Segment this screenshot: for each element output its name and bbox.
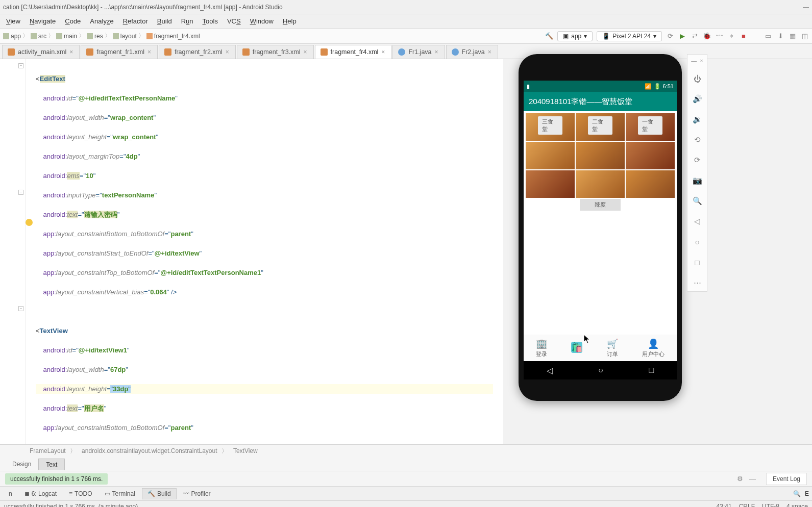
tool-profiler[interactable]: 〰 Profiler [178,488,216,499]
tool-build[interactable]: 🔨 Build [142,488,177,499]
shopping-bag-icon: 🛍️ [571,342,582,353]
volume-down-icon[interactable]: 🔉 [692,114,703,125]
food-item[interactable] [576,170,625,198]
close-icon[interactable]: × [700,58,703,64]
tab-text[interactable]: Text [38,459,65,470]
sync-icon[interactable]: ⟳ [666,32,674,40]
layout-inspector-icon[interactable]: ▦ [789,32,797,40]
overview-icon[interactable]: □ [692,257,703,268]
volume-up-icon[interactable]: 🔊 [692,93,703,105]
run-config-selector[interactable]: ▣ app ▾ [557,31,593,41]
tab-fragment-fr4[interactable]: fragment_fr4.xml× [315,45,392,59]
menu-navigate[interactable]: Navigate [26,16,60,27]
phone-screen[interactable]: ▮ 📶 🔋 6:51 2040918101李锴——智慧饭堂 三食堂 二食堂 一食… [524,81,677,379]
minimize-icon[interactable]: — [803,4,809,11]
tab-fragment-fr1[interactable]: fragment_fr1.xml× [81,45,158,59]
hammer-build-icon[interactable]: 🔨 [545,32,553,40]
zoom-icon[interactable]: 🔍 [692,195,703,207]
avd-manager-icon[interactable]: ▭ [764,32,772,40]
canteen-chip-1[interactable]: 一食堂 [626,113,675,141]
indent-setting[interactable]: 4 space [786,503,808,508]
caret-position[interactable]: 43:41 [717,503,732,508]
food-item[interactable] [526,142,575,169]
line-separator[interactable]: CRLF [739,503,755,508]
menu-tools[interactable]: Tools [199,16,222,27]
food-item[interactable] [526,170,575,198]
tab-fragment-fr3[interactable]: fragment_fr3.xml× [237,45,314,59]
menu-run[interactable]: Run [177,16,198,27]
crumb-src[interactable]: src〉 [31,32,54,40]
fold-icon[interactable]: − [18,306,23,311]
menu-code[interactable]: Code [61,16,85,27]
nav-orders[interactable]: 🛒订单 [607,338,618,358]
tab-activity-main[interactable]: activity_main.xml× [2,45,80,59]
crumb-res[interactable]: res〉 [87,32,111,40]
power-icon[interactable]: ⏻ [692,73,703,84]
file-encoding[interactable]: UTF-8 [762,503,779,508]
search-icon[interactable]: 🔍 [793,490,801,497]
bc-constraintlayout[interactable]: androidx.constraintlayout.widget.Constra… [78,447,222,454]
sdk-manager-icon[interactable]: ⬇ [776,32,784,40]
food-item[interactable] [626,142,675,169]
nav-login[interactable]: 🏢登录 [536,338,547,358]
recents-icon[interactable]: □ [649,366,654,375]
crumb-main[interactable]: main〉 [56,32,85,40]
menu-view[interactable]: View [2,16,24,27]
food-item[interactable] [576,142,625,169]
tab-design[interactable]: Design [5,459,38,470]
canteen-chip-3[interactable]: 三食堂 [526,113,575,141]
profile-icon[interactable]: 〰 [715,32,723,40]
crumb-file[interactable]: fragment_fr4.xml [146,33,200,40]
home-circle-icon[interactable]: ○ [692,236,703,247]
app-title: 2040918101李锴——智慧饭堂 [529,97,632,107]
debug-icon[interactable]: 🐞 [703,32,711,40]
back-icon[interactable]: ◁ [692,216,703,227]
menu-refactor[interactable]: Refactor [119,16,152,27]
menu-help[interactable]: Help [279,16,301,27]
fold-icon[interactable]: − [18,190,23,195]
crumb-layout[interactable]: layout〉 [113,32,144,40]
tool-logcat[interactable]: ≣ 6: Logcat [19,488,62,499]
rotate-right-icon[interactable]: ⟳ [692,155,703,166]
food-item[interactable] [626,170,675,198]
bc-framelayout[interactable]: FrameLayout [26,447,70,454]
menu-build[interactable]: Build [153,16,176,27]
attach-debugger-icon[interactable]: ⌖ [727,32,735,40]
crumb-app[interactable]: app〉 [3,32,29,40]
back-icon[interactable]: ◁ [547,366,553,375]
expand-icon[interactable]: E [805,490,809,497]
event-log-tab[interactable]: Event Log [766,473,807,485]
code-text-area[interactable]: <EditText android:id="@+id/editTextTextP… [26,59,503,444]
phone-time: 6:51 [663,83,674,89]
resource-manager-icon[interactable]: ◫ [801,32,809,40]
collapse-icon[interactable]: — [749,475,756,483]
tab-fr2-java[interactable]: Fr2.java× [446,45,498,59]
signal-icon: 📶 [645,83,652,90]
nav-user[interactable]: 👤用户中心 [642,338,665,358]
apply-changes-icon[interactable]: ⇄ [691,32,699,40]
canteen-chip-2[interactable]: 二食堂 [576,113,625,141]
tool-run[interactable]: n [3,488,18,499]
rotate-left-icon[interactable]: ⟲ [692,134,703,145]
phone-system-nav: ◁ ○ □ [524,361,677,379]
spicy-button[interactable]: 辣度 [580,199,621,211]
device-selector[interactable]: 📱 Pixel 2 API 24 ▾ [597,31,662,41]
tab-fr1-java[interactable]: Fr1.java× [392,45,445,59]
menu-window[interactable]: Window [246,16,278,27]
gear-icon[interactable]: ⚙ [737,475,743,483]
minimize-icon[interactable]: — [691,58,697,64]
code-editor[interactable]: − − − <EditText android:id="@+id/editTex… [0,59,503,444]
menu-analyze[interactable]: Analyze [86,16,117,27]
camera-icon[interactable]: 📷 [692,175,703,186]
tab-fragment-fr2[interactable]: fragment_fr2.xml× [159,45,236,59]
stop-icon[interactable]: ■ [740,32,748,40]
nav-shop[interactable]: 🛍️ [571,342,582,354]
tool-todo[interactable]: ≡ TODO [63,488,97,499]
run-icon[interactable]: ▶ [678,32,686,40]
fold-icon[interactable]: − [18,63,23,68]
menu-vcs[interactable]: VCS [223,16,245,27]
tool-terminal[interactable]: ▭ Terminal [99,488,141,499]
bc-textview[interactable]: TextView [229,447,262,454]
home-icon[interactable]: ○ [598,366,603,375]
more-icon[interactable]: ⋯ [692,277,703,288]
